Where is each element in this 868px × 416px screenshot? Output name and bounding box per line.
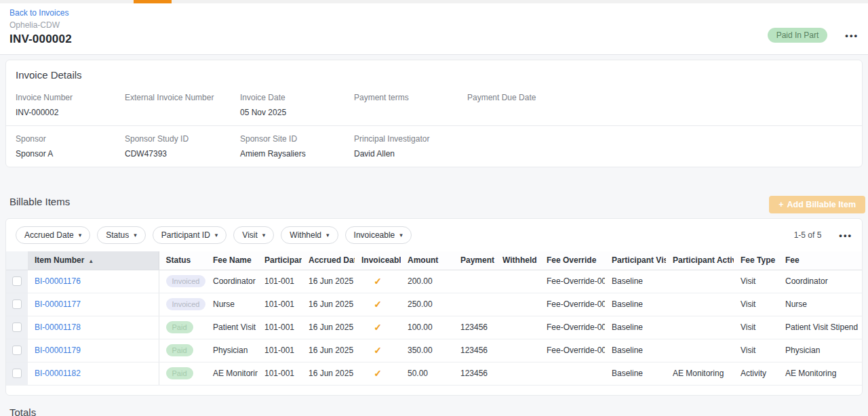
cell-status: Invoiced bbox=[159, 270, 206, 293]
status-badge: Paid In Part bbox=[768, 28, 828, 43]
cell-fee-type: Visit bbox=[734, 316, 778, 339]
detail-field: Sponsor Site IDAmiem Raysaliers bbox=[240, 134, 354, 159]
detail-field: Payment Due Date bbox=[467, 93, 852, 117]
cell-fee: Physician bbox=[778, 339, 862, 362]
cell-participant-activity bbox=[666, 339, 734, 362]
chevron-down-icon: ▾ bbox=[134, 232, 137, 238]
cell-invoiceable: ✓ bbox=[355, 339, 401, 362]
row-checkbox[interactable] bbox=[12, 346, 22, 355]
status-badge: Invoiced bbox=[166, 298, 206, 310]
field-label: Payment Due Date bbox=[467, 93, 852, 102]
cell-fee-name: AE Monitoring bbox=[206, 362, 258, 385]
column-header-withheld[interactable]: Withheld bbox=[496, 251, 540, 270]
cell-status: Paid bbox=[159, 362, 206, 385]
column-header-participant[interactable]: Participant bbox=[258, 251, 302, 270]
column-header-item-number[interactable]: Item Number▲ bbox=[28, 251, 159, 270]
column-header-participant-visit[interactable]: Participant Visit bbox=[605, 251, 666, 270]
column-header-status[interactable]: Status bbox=[159, 251, 206, 270]
cell-payment: 123456 bbox=[454, 362, 496, 385]
cell-withheld bbox=[496, 293, 540, 316]
billable-item-link[interactable]: BI-00001179 bbox=[35, 346, 81, 355]
filter-pill-label: Visit bbox=[242, 230, 257, 240]
cell-payment: 123456 bbox=[454, 316, 496, 339]
cell-accrued-date: 16 Jun 2025 bbox=[302, 339, 355, 362]
column-header-accrued-date[interactable]: Accrued Date bbox=[302, 251, 355, 270]
select-all-checkbox-cell bbox=[6, 251, 28, 270]
cell-fee: AE Monitoring bbox=[778, 362, 862, 385]
column-header-payment[interactable]: Payment bbox=[454, 251, 496, 270]
cell-accrued-date: 16 Jun 2025 bbox=[302, 362, 355, 385]
field-value: 05 Nov 2025 bbox=[240, 108, 354, 117]
table-header-row: Item Number▲StatusFee NameParticipantAcc… bbox=[6, 251, 862, 270]
cell-participant-activity bbox=[666, 316, 734, 339]
billable-item-link[interactable]: BI-00001176 bbox=[35, 276, 81, 286]
cell-invoiceable: ✓ bbox=[355, 362, 401, 385]
cell-participant: 101-001 bbox=[258, 270, 302, 293]
row-checkbox-cell bbox=[6, 362, 28, 385]
chevron-down-icon: ▾ bbox=[326, 232, 330, 238]
filter-pill-invoiceable[interactable]: Invoiceable▾ bbox=[345, 226, 412, 244]
field-value bbox=[354, 108, 467, 117]
cell-amount: 350.00 bbox=[401, 339, 454, 362]
row-checkbox[interactable] bbox=[12, 369, 22, 378]
filter-pill-status[interactable]: Status▾ bbox=[97, 226, 146, 244]
column-header-fee[interactable]: Fee bbox=[778, 251, 862, 270]
status-badge: Paid bbox=[166, 367, 193, 379]
detail-field: External Invoice Number bbox=[125, 93, 240, 117]
plus-icon: + bbox=[778, 200, 783, 209]
cell-participant-visit: Baseline bbox=[605, 270, 666, 293]
row-checkbox[interactable] bbox=[12, 323, 22, 332]
field-label: Sponsor bbox=[16, 134, 125, 144]
billable-item-link[interactable]: BI-00001178 bbox=[35, 323, 81, 332]
cell-withheld bbox=[496, 316, 540, 339]
cell-fee-type: Visit bbox=[734, 270, 778, 293]
cell-participant-activity bbox=[666, 293, 734, 316]
invoice-details-title: Invoice Details bbox=[16, 69, 852, 81]
back-to-invoices-link[interactable]: Back to Invoices bbox=[9, 8, 68, 18]
totals-title: Totals bbox=[9, 407, 868, 416]
sort-ascending-icon: ▲ bbox=[88, 258, 94, 264]
cell-participant: 101-001 bbox=[258, 339, 302, 362]
checkmark-icon: ✓ bbox=[374, 322, 382, 333]
table-row: BI-00001177InvoicedNurse101-00116 Jun 20… bbox=[6, 293, 862, 316]
column-header-participant-activity[interactable]: Participant Activity bbox=[666, 251, 734, 270]
column-header-invoiceable[interactable]: Invoiceable bbox=[355, 251, 401, 270]
filter-pill-label: Accrued Date bbox=[24, 230, 74, 240]
column-header-fee-name[interactable]: Fee Name bbox=[206, 251, 258, 270]
add-billable-item-button[interactable]: +Add Billable Item bbox=[769, 196, 865, 213]
filter-pill-label: Participant ID bbox=[161, 230, 210, 240]
filter-pill-withheld[interactable]: Withheld▾ bbox=[281, 226, 338, 244]
detail-field: Principal InvestigatorDavid Allen bbox=[354, 134, 467, 159]
billable-item-link[interactable]: BI-00001182 bbox=[35, 369, 81, 378]
add-billable-item-label: Add Billable Item bbox=[787, 200, 856, 209]
billable-item-link[interactable]: BI-00001177 bbox=[35, 299, 81, 309]
cell-participant: 101-001 bbox=[258, 316, 302, 339]
status-badge: Paid bbox=[166, 344, 193, 356]
row-checkbox-cell bbox=[6, 339, 28, 362]
filter-pill-visit[interactable]: Visit▾ bbox=[233, 226, 274, 244]
cell-participant: 101-001 bbox=[258, 362, 302, 385]
invoice-fields-row-2: SponsorSponsor ASponsor Study IDCDW47393… bbox=[16, 134, 852, 159]
row-checkbox[interactable] bbox=[12, 299, 22, 309]
filter-pill-participant-id[interactable]: Participant ID▾ bbox=[153, 226, 227, 244]
cell-fee-type: Activity bbox=[734, 362, 778, 385]
more-menu-icon[interactable]: ••• bbox=[845, 30, 859, 41]
column-header-amount[interactable]: Amount bbox=[401, 251, 454, 270]
field-value bbox=[467, 108, 852, 117]
column-header-fee-override[interactable]: Fee Override bbox=[540, 251, 605, 270]
cell-invoiceable: ✓ bbox=[355, 293, 401, 316]
cell-payment: 123456 bbox=[454, 339, 496, 362]
column-header-fee-type[interactable]: Fee Type bbox=[734, 251, 778, 270]
table-row: BI-00001176InvoicedCoordinator101-00116 … bbox=[6, 270, 862, 293]
cell-payment bbox=[454, 293, 496, 316]
cell-accrued-date: 16 Jun 2025 bbox=[302, 270, 355, 293]
checkmark-icon: ✓ bbox=[374, 345, 382, 356]
cell-item-number: BI-00001182 bbox=[28, 362, 159, 385]
table-more-menu-icon[interactable]: ••• bbox=[839, 230, 852, 241]
cell-participant-visit: Baseline bbox=[605, 362, 666, 385]
field-label: Principal Investigator bbox=[354, 134, 467, 144]
row-checkbox[interactable] bbox=[12, 276, 22, 286]
cell-fee-type: Visit bbox=[734, 339, 778, 362]
filter-pill-accrued-date[interactable]: Accrued Date▾ bbox=[16, 226, 90, 244]
field-label: Payment terms bbox=[354, 93, 467, 102]
